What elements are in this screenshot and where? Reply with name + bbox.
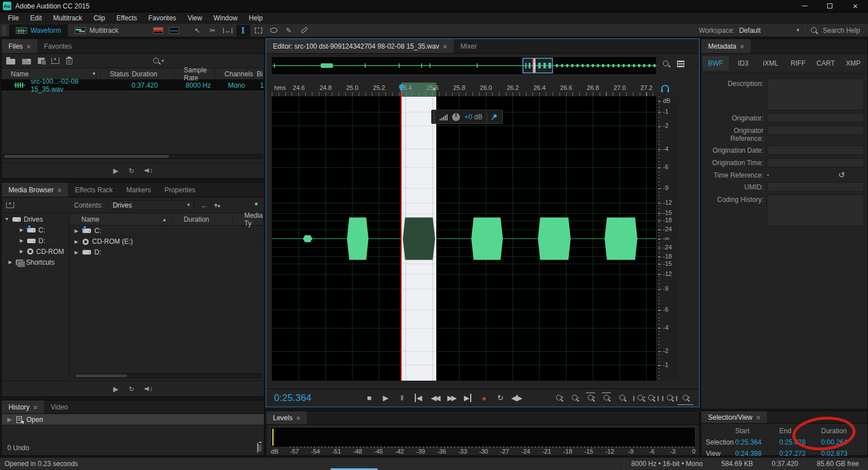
- media-row-c-drive[interactable]: ▶C:: [70, 226, 264, 236]
- tab-mixer[interactable]: Mixer: [454, 39, 484, 53]
- tab-levels[interactable]: Levels≡: [266, 411, 307, 424]
- view-start-value[interactable]: 0:24.398: [735, 450, 779, 458]
- files-horizontal-scrollbar[interactable]: [3, 154, 263, 159]
- play-button[interactable]: ▶: [377, 391, 394, 405]
- origination-date-field[interactable]: [767, 145, 864, 155]
- column-sample-rate[interactable]: Sample Rate: [175, 68, 215, 79]
- go-to-start-button[interactable]: ◀: [410, 391, 427, 405]
- panel-menu-icon[interactable]: ≡: [443, 43, 446, 50]
- razor-tool[interactable]: ✂: [206, 25, 220, 36]
- zoom-in-left-edge-button[interactable]: ❙+: [630, 391, 646, 405]
- tab-history[interactable]: History≡: [2, 400, 44, 413]
- coding-history-field[interactable]: [767, 195, 864, 226]
- zoom-in-right-edge-button[interactable]: +❙: [646, 391, 662, 405]
- slip-tool[interactable]: ↔: [221, 25, 235, 36]
- description-field[interactable]: [767, 79, 864, 110]
- column-duration[interactable]: Duration: [172, 214, 233, 225]
- monitor-headphones-icon[interactable]: [661, 84, 670, 93]
- pin-hud-icon[interactable]: [491, 114, 498, 120]
- paintbrush-tool[interactable]: ✎: [282, 25, 296, 36]
- loop-playback-button[interactable]: ↻: [492, 391, 509, 405]
- spot-healing-brush-tool[interactable]: [297, 25, 311, 36]
- column-bit-depth[interactable]: Bi: [248, 68, 264, 79]
- metadata-tab-cart[interactable]: CART: [813, 56, 839, 71]
- timeline-ruler[interactable]: hms 24.624.825.025.225.425.625.826.026.2…: [272, 83, 656, 97]
- tab-metadata[interactable]: Metadata≡: [701, 39, 750, 53]
- tab-effects-rack[interactable]: Effects Rack: [68, 183, 119, 197]
- preview-play-button[interactable]: ▶: [113, 167, 118, 175]
- view-duration-value[interactable]: 0:02.873: [821, 450, 868, 458]
- auto-play-icon[interactable]: [145, 386, 153, 393]
- gain-value[interactable]: +0: [465, 113, 472, 121]
- panel-menu-icon[interactable]: ≡: [27, 43, 30, 50]
- menu-view[interactable]: View: [182, 14, 208, 22]
- waveform-canvas[interactable]: [272, 97, 656, 381]
- contents-dropdown[interactable]: Drives▼: [108, 200, 194, 210]
- panel-menu-icon[interactable]: ≡: [757, 414, 760, 421]
- media-horizontal-scrollbar[interactable]: [74, 373, 262, 378]
- tab-media-browser[interactable]: Media Browser≡: [2, 183, 68, 197]
- media-row-d-drive[interactable]: ▶D:: [70, 247, 264, 258]
- metadata-tab-bwf[interactable]: BWF: [702, 56, 729, 71]
- panel-menu-icon[interactable]: ≡: [740, 43, 744, 50]
- tab-favorites[interactable]: Favorites: [37, 39, 79, 53]
- zoom-out-full-icon[interactable]: [662, 59, 670, 68]
- fast-forward-button[interactable]: ▶▶: [443, 391, 459, 405]
- hud-drag-handle[interactable]: [433, 111, 436, 122]
- tab-files[interactable]: Files≡: [2, 39, 37, 53]
- current-time-display[interactable]: 0:25.364: [266, 393, 361, 404]
- selection-start-value[interactable]: 0:25.364: [735, 438, 779, 446]
- umid-field[interactable]: [767, 182, 864, 192]
- back-button[interactable]: ←: [200, 201, 208, 210]
- go-to-end-button[interactable]: ▶: [459, 391, 476, 405]
- tree-item-cdrom[interactable]: ▶CD-ROM: [2, 246, 69, 257]
- waveform-display-button[interactable]: [167, 25, 181, 36]
- originator-reference-field[interactable]: [767, 126, 864, 135]
- menu-window[interactable]: Window: [208, 14, 244, 22]
- record-button[interactable]: ●: [476, 391, 492, 405]
- maximize-button[interactable]: [817, 0, 843, 12]
- toolbar-grip[interactable]: [3, 26, 6, 35]
- search-help-input[interactable]: Search Help: [823, 27, 860, 35]
- tab-properties[interactable]: Properties: [158, 183, 202, 197]
- stop-button[interactable]: ■: [361, 391, 377, 405]
- multitrack-view-button[interactable]: Multitrack: [68, 24, 125, 37]
- zoom-out-button[interactable]: −: [567, 391, 583, 405]
- menu-clip[interactable]: Clip: [88, 14, 111, 22]
- view-end-value[interactable]: 0:27.272: [779, 450, 821, 458]
- panel-menu-icon[interactable]: ≡: [297, 415, 300, 421]
- import-button[interactable]: [6, 202, 14, 208]
- pause-button[interactable]: ‖: [394, 391, 410, 405]
- ruler-selection-highlight[interactable]: [401, 83, 436, 97]
- loop-playback-button[interactable]: ↻: [129, 385, 134, 393]
- zoom-selection-button[interactable]: ❙+❙: [662, 391, 678, 405]
- insert-into-multitrack-button[interactable]: [51, 58, 59, 64]
- metadata-tab-xmp[interactable]: XMP: [840, 56, 866, 71]
- panel-menu-icon[interactable]: ≡: [33, 404, 37, 411]
- playhead-line[interactable]: [401, 91, 402, 381]
- import-file-button[interactable]: [22, 57, 31, 64]
- menu-file[interactable]: File: [2, 14, 24, 22]
- loop-playback-button[interactable]: ↻: [129, 167, 134, 175]
- panel-menu-icon[interactable]: ≡: [58, 187, 61, 193]
- metadata-tab-riff[interactable]: RIFF: [785, 56, 811, 71]
- time-reference-value[interactable]: -: [767, 171, 769, 179]
- minimize-button[interactable]: [792, 0, 817, 12]
- close-file-button[interactable]: [66, 58, 72, 64]
- files-search-input[interactable]: ▾: [152, 57, 259, 65]
- move-tool[interactable]: ↖: [190, 25, 205, 36]
- tab-editor[interactable]: Editor: src-100 dst-909124342704 98-02-0…: [266, 39, 454, 53]
- marquee-selection-tool[interactable]: [251, 25, 266, 36]
- column-duration[interactable]: Duration: [123, 68, 175, 79]
- file-row[interactable]: src-100...-02-08 15_35.wav 0:37.420 8000…: [2, 80, 264, 90]
- metadata-tab-id3[interactable]: ID3: [730, 56, 757, 71]
- tree-item-drives[interactable]: ▼Drives: [2, 214, 69, 225]
- history-item-open[interactable]: ▶ Open: [2, 414, 264, 425]
- selection-right-handle[interactable]: ›: [433, 84, 435, 93]
- menu-favorites[interactable]: Favorites: [143, 14, 182, 22]
- tree-item-d-drive[interactable]: ▶D:: [2, 235, 69, 246]
- auto-play-icon[interactable]: [145, 167, 153, 174]
- clear-history-button[interactable]: [257, 444, 258, 452]
- tab-video[interactable]: Video: [44, 400, 75, 413]
- menu-effects[interactable]: Effects: [111, 14, 142, 22]
